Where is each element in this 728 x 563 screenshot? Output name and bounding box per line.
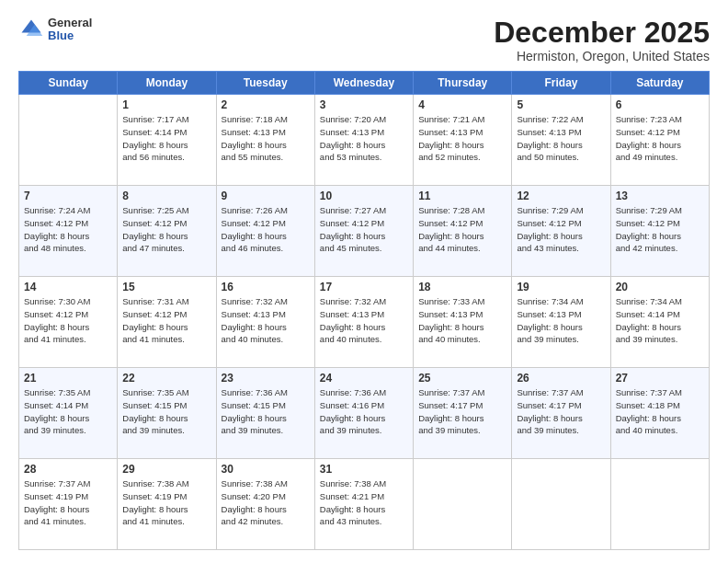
calendar-day-cell: 10Sunrise: 7:27 AM Sunset: 4:12 PM Dayli…: [314, 186, 413, 277]
calendar-day-cell: 17Sunrise: 7:32 AM Sunset: 4:13 PM Dayli…: [314, 277, 413, 368]
calendar-week-row: 14Sunrise: 7:30 AM Sunset: 4:12 PM Dayli…: [19, 277, 710, 368]
logo-blue: Blue: [48, 29, 92, 42]
day-info: Sunrise: 7:38 AM Sunset: 4:20 PM Dayligh…: [222, 477, 310, 528]
calendar-day-cell: 1Sunrise: 7:17 AM Sunset: 4:14 PM Daylig…: [118, 95, 216, 186]
day-info: Sunrise: 7:38 AM Sunset: 4:21 PM Dayligh…: [320, 477, 408, 528]
day-info: Sunrise: 7:36 AM Sunset: 4:15 PM Dayligh…: [222, 386, 310, 437]
calendar-day-cell: 18Sunrise: 7:33 AM Sunset: 4:13 PM Dayli…: [414, 277, 512, 368]
day-of-week-header: Thursday: [414, 72, 512, 95]
day-number: 24: [320, 372, 408, 385]
calendar-table: SundayMondayTuesdayWednesdayThursdayFrid…: [18, 71, 710, 550]
calendar-day-cell: 12Sunrise: 7:29 AM Sunset: 4:12 PM Dayli…: [512, 186, 610, 277]
day-info: Sunrise: 7:17 AM Sunset: 4:14 PM Dayligh…: [122, 113, 210, 164]
day-number: 19: [517, 281, 605, 293]
calendar-day-cell: 8Sunrise: 7:25 AM Sunset: 4:12 PM Daylig…: [118, 186, 216, 277]
day-info: Sunrise: 7:29 AM Sunset: 4:12 PM Dayligh…: [517, 204, 605, 255]
day-info: Sunrise: 7:28 AM Sunset: 4:12 PM Dayligh…: [418, 204, 506, 255]
calendar-week-row: 21Sunrise: 7:35 AM Sunset: 4:14 PM Dayli…: [19, 368, 710, 459]
calendar-day-cell: 3Sunrise: 7:20 AM Sunset: 4:13 PM Daylig…: [314, 95, 413, 186]
day-number: 4: [418, 98, 506, 111]
calendar-day-cell: 4Sunrise: 7:21 AM Sunset: 4:13 PM Daylig…: [414, 95, 512, 186]
logo-text: General Blue: [48, 17, 92, 43]
day-info: Sunrise: 7:25 AM Sunset: 4:12 PM Dayligh…: [122, 204, 210, 255]
page: General Blue December 2025 Hermiston, Or…: [0, 0, 728, 563]
day-number: 16: [222, 281, 310, 293]
title-block: December 2025 Hermiston, Oregon, United …: [494, 17, 710, 63]
calendar-day-cell: 30Sunrise: 7:38 AM Sunset: 4:20 PM Dayli…: [216, 459, 314, 550]
day-info: Sunrise: 7:37 AM Sunset: 4:17 PM Dayligh…: [517, 386, 605, 437]
calendar-day-cell: [610, 459, 709, 550]
day-info: Sunrise: 7:34 AM Sunset: 4:13 PM Dayligh…: [517, 295, 605, 346]
logo-icon: [18, 17, 44, 42]
calendar-day-cell: 2Sunrise: 7:18 AM Sunset: 4:13 PM Daylig…: [216, 95, 314, 186]
day-number: 13: [616, 190, 704, 202]
day-info: Sunrise: 7:20 AM Sunset: 4:13 PM Dayligh…: [320, 113, 408, 164]
calendar-day-cell: 13Sunrise: 7:29 AM Sunset: 4:12 PM Dayli…: [610, 186, 709, 277]
calendar-day-cell: 21Sunrise: 7:35 AM Sunset: 4:14 PM Dayli…: [19, 368, 118, 459]
calendar-day-cell: 24Sunrise: 7:36 AM Sunset: 4:16 PM Dayli…: [314, 368, 413, 459]
day-info: Sunrise: 7:21 AM Sunset: 4:13 PM Dayligh…: [418, 113, 506, 164]
calendar-day-cell: 26Sunrise: 7:37 AM Sunset: 4:17 PM Dayli…: [512, 368, 610, 459]
header: General Blue December 2025 Hermiston, Or…: [18, 17, 710, 63]
day-of-week-header: Wednesday: [314, 72, 413, 95]
day-info: Sunrise: 7:37 AM Sunset: 4:18 PM Dayligh…: [616, 386, 704, 437]
day-number: 25: [418, 372, 506, 385]
day-of-week-header: Sunday: [19, 72, 118, 95]
calendar-week-row: 7Sunrise: 7:24 AM Sunset: 4:12 PM Daylig…: [19, 186, 710, 277]
calendar-day-cell: [512, 459, 610, 550]
day-number: 7: [24, 190, 112, 202]
day-number: 9: [222, 190, 310, 202]
day-number: 22: [122, 372, 210, 385]
day-number: 11: [418, 190, 506, 202]
calendar-day-cell: 15Sunrise: 7:31 AM Sunset: 4:12 PM Dayli…: [118, 277, 216, 368]
calendar-day-cell: [19, 95, 118, 186]
calendar-day-cell: 6Sunrise: 7:23 AM Sunset: 4:12 PM Daylig…: [610, 95, 709, 186]
day-info: Sunrise: 7:34 AM Sunset: 4:14 PM Dayligh…: [616, 295, 704, 346]
day-info: Sunrise: 7:24 AM Sunset: 4:12 PM Dayligh…: [24, 204, 112, 255]
calendar-day-cell: 5Sunrise: 7:22 AM Sunset: 4:13 PM Daylig…: [512, 95, 610, 186]
day-number: 15: [122, 281, 210, 293]
day-of-week-header: Tuesday: [216, 72, 314, 95]
month-title: December 2025: [494, 17, 710, 49]
day-info: Sunrise: 7:29 AM Sunset: 4:12 PM Dayligh…: [616, 204, 704, 255]
calendar-day-cell: 27Sunrise: 7:37 AM Sunset: 4:18 PM Dayli…: [610, 368, 709, 459]
day-number: 3: [320, 98, 408, 111]
calendar-day-cell: 7Sunrise: 7:24 AM Sunset: 4:12 PM Daylig…: [19, 186, 118, 277]
day-number: 5: [517, 98, 605, 111]
location-title: Hermiston, Oregon, United States: [494, 49, 710, 63]
day-info: Sunrise: 7:26 AM Sunset: 4:12 PM Dayligh…: [222, 204, 310, 255]
day-of-week-header: Saturday: [610, 72, 709, 95]
day-number: 12: [517, 190, 605, 202]
calendar-day-cell: 31Sunrise: 7:38 AM Sunset: 4:21 PM Dayli…: [314, 459, 413, 550]
day-info: Sunrise: 7:35 AM Sunset: 4:14 PM Dayligh…: [24, 386, 112, 437]
day-number: 8: [122, 190, 210, 202]
calendar-week-row: 1Sunrise: 7:17 AM Sunset: 4:14 PM Daylig…: [19, 95, 710, 186]
calendar-day-cell: 14Sunrise: 7:30 AM Sunset: 4:12 PM Dayli…: [19, 277, 118, 368]
day-info: Sunrise: 7:33 AM Sunset: 4:13 PM Dayligh…: [418, 295, 506, 346]
day-info: Sunrise: 7:18 AM Sunset: 4:13 PM Dayligh…: [222, 113, 310, 164]
day-info: Sunrise: 7:32 AM Sunset: 4:13 PM Dayligh…: [222, 295, 310, 346]
calendar-day-cell: 22Sunrise: 7:35 AM Sunset: 4:15 PM Dayli…: [118, 368, 216, 459]
calendar-day-cell: 19Sunrise: 7:34 AM Sunset: 4:13 PM Dayli…: [512, 277, 610, 368]
day-number: 2: [222, 98, 310, 111]
day-number: 18: [418, 281, 506, 293]
calendar-day-cell: 9Sunrise: 7:26 AM Sunset: 4:12 PM Daylig…: [216, 186, 314, 277]
day-number: 17: [320, 281, 408, 293]
calendar-day-cell: 11Sunrise: 7:28 AM Sunset: 4:12 PM Dayli…: [414, 186, 512, 277]
day-info: Sunrise: 7:37 AM Sunset: 4:19 PM Dayligh…: [24, 477, 112, 528]
day-number: 23: [222, 372, 310, 385]
day-number: 26: [517, 372, 605, 385]
day-number: 27: [616, 372, 704, 385]
day-info: Sunrise: 7:32 AM Sunset: 4:13 PM Dayligh…: [320, 295, 408, 346]
day-number: 29: [122, 463, 210, 476]
logo-general: General: [48, 17, 92, 29]
day-number: 21: [24, 372, 112, 385]
day-number: 14: [24, 281, 112, 293]
day-info: Sunrise: 7:36 AM Sunset: 4:16 PM Dayligh…: [320, 386, 408, 437]
day-info: Sunrise: 7:37 AM Sunset: 4:17 PM Dayligh…: [418, 386, 506, 437]
day-info: Sunrise: 7:22 AM Sunset: 4:13 PM Dayligh…: [517, 113, 605, 164]
day-of-week-header: Friday: [512, 72, 610, 95]
day-of-week-header: Monday: [118, 72, 216, 95]
calendar-day-cell: 28Sunrise: 7:37 AM Sunset: 4:19 PM Dayli…: [19, 459, 118, 550]
calendar-header-row: SundayMondayTuesdayWednesdayThursdayFrid…: [19, 72, 710, 95]
